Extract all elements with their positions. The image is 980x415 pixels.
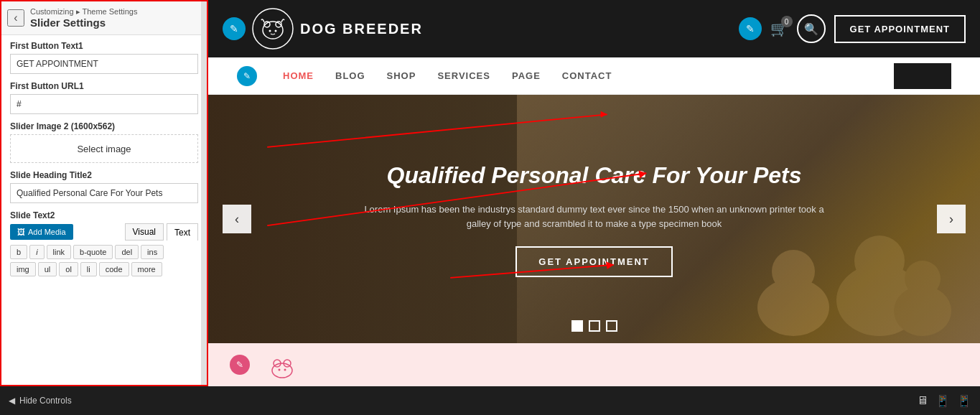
preview-area: ✎ DOG BREEDER ✎ 🛒	[208, 0, 980, 386]
editor-toolbar: 🖼 Add Media Visual Text	[10, 223, 198, 241]
svg-point-5	[275, 30, 277, 32]
dot-2[interactable]	[589, 320, 600, 332]
hero-cta-button[interactable]: GET APPOINTMENT	[515, 246, 672, 277]
nav-edit-icon[interactable]: ✎	[237, 66, 257, 86]
editor-buttons-row2: img ul ol li code more	[10, 262, 198, 276]
svg-point-4	[269, 30, 271, 32]
logo-text: DOG BREEDER	[300, 21, 423, 37]
ins-button[interactable]: ins	[141, 245, 164, 259]
dog-footer-logo	[264, 350, 300, 379]
nav-item-home[interactable]: HOME	[283, 70, 314, 81]
nav-bar: ✎ HOME BLOG SHOP SERVICES PAGE CONTACT	[208, 57, 980, 95]
code-button[interactable]: code	[99, 262, 129, 276]
tablet-icon[interactable]: 📱	[935, 394, 950, 408]
select-image-area: Select image	[10, 134, 198, 163]
svg-point-0	[253, 9, 293, 49]
svg-point-1	[263, 22, 283, 39]
bold-button[interactable]: b	[10, 245, 27, 259]
get-appointment-header-button[interactable]: GET APPOINTMENT	[834, 15, 966, 43]
header-right: ✎ 🛒 0 🔍 GET APPOINTMENT	[739, 14, 966, 43]
nav-item-page[interactable]: PAGE	[512, 70, 541, 81]
nav-item-blog[interactable]: BLOG	[335, 70, 365, 81]
ol-button[interactable]: ol	[59, 262, 78, 276]
search-button[interactable]: 🔍	[797, 14, 826, 43]
more-button[interactable]: more	[131, 262, 162, 276]
svg-point-22	[284, 369, 286, 371]
device-icons: 🖥 📱 📱	[917, 394, 971, 408]
panel-title: Slider Settings	[30, 17, 137, 29]
first-button-url-label: First Button URL1	[10, 81, 198, 91]
hide-controls-icon: ◀	[9, 396, 15, 406]
pink-edit-icon[interactable]: ✎	[230, 355, 250, 375]
first-button-url-input[interactable]	[10, 94, 198, 114]
slider-next-button[interactable]: ›	[937, 205, 966, 233]
breadcrumb: Customizing ▸ Theme Settings	[30, 7, 137, 17]
img-button[interactable]: img	[10, 262, 36, 276]
editor-buttons-row1: b i link b-quote del ins	[10, 245, 198, 259]
nav-item-shop[interactable]: SHOP	[387, 70, 416, 81]
slide-heading-input[interactable]	[10, 183, 198, 203]
header-edit-icon2[interactable]: ✎	[739, 17, 762, 40]
italic-button[interactable]: i	[29, 245, 44, 259]
slide-text-label: Slide Text2	[10, 210, 198, 220]
li-button[interactable]: li	[80, 262, 97, 276]
panel-content: First Button Text1 First Button URL1 Sli…	[1, 35, 207, 385]
cart-icon[interactable]: 🛒 0	[770, 20, 788, 37]
hero-slider: Qualified Personal Care For Your Pets Lo…	[208, 95, 980, 343]
nav-item-services[interactable]: SERVICES	[437, 70, 490, 81]
nav-dark-box	[894, 63, 951, 89]
search-icon: 🔍	[804, 22, 818, 36]
mobile-icon[interactable]: 📱	[957, 394, 971, 408]
add-media-button[interactable]: 🖼 Add Media	[10, 224, 73, 240]
first-button-text-label: First Button Text1	[10, 41, 198, 51]
logo-svg	[251, 7, 294, 50]
logo-area: DOG BREEDER	[251, 7, 423, 50]
ul-button[interactable]: ul	[38, 262, 57, 276]
first-button-text-input[interactable]	[10, 54, 198, 74]
select-image-button[interactable]: Select image	[77, 144, 131, 154]
dot-1[interactable]	[571, 320, 583, 332]
hero-text: Lorem Ipsum has been the industrys stand…	[358, 202, 831, 233]
visual-tab[interactable]: Visual	[125, 223, 164, 241]
add-media-icon: 🖼	[17, 228, 25, 236]
cart-badge: 0	[781, 16, 793, 27]
slide-heading-label: Slide Heading Title2	[10, 170, 198, 180]
back-button[interactable]: ‹	[7, 9, 24, 27]
customizer-panel: ‹ Customizing ▸ Theme Settings Slider Se…	[0, 0, 208, 386]
editor-tabs: Visual Text	[125, 223, 198, 241]
scroll-handle[interactable]	[201, 1, 207, 385]
nav-item-contact[interactable]: CONTACT	[562, 70, 612, 81]
hero-content: Qualified Personal Care For Your Pets Lo…	[343, 146, 846, 292]
slider-image-label: Slider Image 2 (1600x562)	[10, 121, 198, 131]
dot-3[interactable]	[606, 320, 617, 332]
bquote-button[interactable]: b-quote	[73, 245, 113, 259]
slider-dots	[571, 320, 617, 332]
svg-point-9	[854, 236, 905, 286]
svg-point-21	[279, 369, 281, 371]
hero-title: Qualified Personal Care For Your Pets	[358, 161, 831, 191]
del-button[interactable]: del	[115, 245, 139, 259]
svg-point-11	[905, 261, 941, 297]
desktop-icon[interactable]: 🖥	[917, 394, 928, 408]
bottom-bar: ◀ Hide Controls 🖥 📱 📱	[0, 386, 980, 415]
link-button[interactable]: link	[47, 245, 72, 259]
site-header: ✎ DOG BREEDER ✎ 🛒	[208, 0, 980, 57]
slider-prev-button[interactable]: ‹	[223, 205, 251, 233]
panel-header: ‹ Customizing ▸ Theme Settings Slider Se…	[1, 1, 207, 35]
text-tab[interactable]: Text	[167, 223, 198, 241]
hide-controls-button[interactable]: ◀ Hide Controls	[9, 396, 72, 406]
pink-section: ✎	[208, 343, 980, 386]
header-edit-icon[interactable]: ✎	[223, 17, 246, 40]
slide-text-section: Slide Text2 🖼 Add Media Visual Text b i …	[10, 210, 198, 276]
svg-point-18	[272, 363, 292, 378]
